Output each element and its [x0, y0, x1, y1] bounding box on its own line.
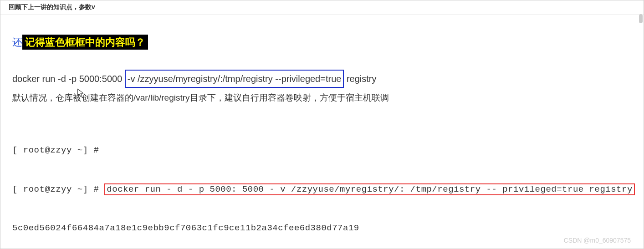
question-highlight: 记得蓝色框框中的内容吗？: [22, 35, 148, 50]
question-heading: 还记得蓝色框框中的内容吗？: [12, 35, 632, 50]
terminal-line-hash: 5c0ed56024f66484a7a18e1c9ebb9cf7063c1fc9…: [12, 222, 632, 235]
top-note: 回顾下上一讲的知识点，参数v: [0, 0, 644, 15]
cmd-pre: docker run -d -p 5000:5000: [12, 74, 125, 84]
cmd-post: registry: [344, 74, 376, 84]
desc-part3: 目录下，建议自行用容器卷映射，方便于宿主机联调: [190, 93, 389, 102]
description-text: 默认情况，仓库被创建在容器的/var/lib/registry目录下，建议自行用…: [12, 91, 632, 105]
cmd-volume-highlight: -v /zzyyuse/myregistry/:/tmp/registry --…: [125, 70, 344, 88]
command-section: docker run -d -p 5000:5000 -v /zzyyuse/m…: [12, 70, 632, 249]
content-area: 还记得蓝色框框中的内容吗？ docker run -d -p 5000:5000…: [0, 15, 644, 249]
watermark-text: CSDN @m0_60907575: [564, 237, 631, 244]
question-prefix: 还: [12, 36, 22, 48]
terminal-line-empty1: [ root@zzyy ~] #: [12, 144, 632, 157]
run-command-highlight: docker run - d - p 5000: 5000 - v /zzyyu…: [104, 183, 634, 195]
desc-part1: 默认情况，仓库被创建在容器的: [12, 93, 133, 102]
terminal-line-run: [ root@zzyy ~] # docker run - d - p 5000…: [12, 183, 632, 196]
desc-part2: /var/lib/registry: [133, 93, 190, 102]
terminal-output: [ root@zzyy ~] # [ root@zzyy ~] # docker…: [12, 118, 632, 249]
docker-command-display: docker run -d -p 5000:5000 -v /zzyyuse/m…: [12, 70, 632, 88]
